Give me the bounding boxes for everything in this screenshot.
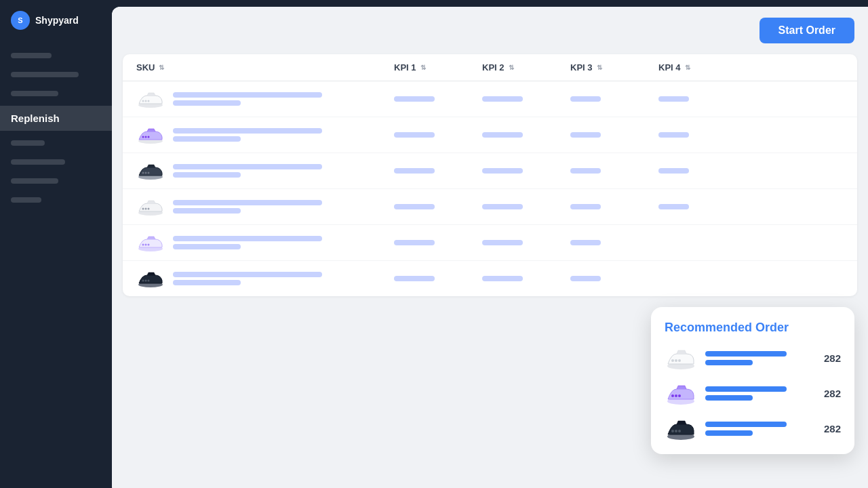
sku-name-skeleton [173, 92, 322, 98]
rec-shoe-purple [665, 381, 697, 405]
svg-point-5 [142, 136, 144, 138]
table-row [123, 261, 857, 296]
sku-name-skeleton [173, 236, 322, 241]
shoe-image-light [136, 196, 165, 218]
kpi1-sort-icon[interactable]: ⇅ [420, 64, 426, 71]
svg-point-7 [148, 136, 150, 138]
kpi2-cell [477, 269, 565, 288]
kpi1-cell [389, 197, 477, 216]
sku-sub-skeleton [173, 136, 241, 142]
rec-sku-sub-skeleton [705, 360, 753, 365]
rec-sku-sub-skeleton [705, 395, 753, 401]
sidebar-skeleton-2 [11, 72, 79, 77]
table-row [123, 189, 857, 225]
logo-icon: S [11, 11, 30, 30]
col-kpi3: KPI 3 ⇅ [565, 54, 653, 81]
col-sku: SKU ⇅ [131, 54, 389, 81]
kpi2-cell [477, 125, 565, 144]
kpi3-cell [565, 89, 653, 108]
kpi2-cell [477, 197, 565, 216]
sku-cell [131, 81, 389, 117]
app-logo: S Shypyard [0, 11, 112, 46]
kpi1-cell [389, 125, 477, 144]
table-header: SKU ⇅ KPI 1 ⇅ KPI 2 ⇅ KPI 3 ⇅ KPI 4 ⇅ [123, 54, 857, 81]
sku-sort-icon[interactable]: ⇅ [159, 64, 164, 71]
col-kpi1: KPI 1 ⇅ [389, 54, 477, 81]
svg-point-19 [148, 244, 150, 246]
rec-sku-name-skeleton [705, 386, 787, 392]
sidebar-skeleton-3 [11, 91, 58, 96]
svg-point-18 [145, 244, 147, 246]
svg-point-22 [145, 280, 147, 282]
rec-item-2: 282 [665, 381, 841, 405]
svg-point-6 [145, 136, 147, 138]
kpi3-cell [565, 233, 653, 252]
sidebar-skeleton-7 [11, 197, 41, 203]
rec-sku-name-skeleton [705, 351, 787, 357]
main-content: Start Order SKU ⇅ KPI 1 ⇅ KPI 2 ⇅ KPI 3 … [112, 7, 868, 488]
svg-point-26 [675, 359, 677, 362]
sidebar-skeleton-4 [11, 140, 45, 146]
svg-point-35 [678, 430, 681, 432]
svg-point-3 [148, 100, 150, 102]
shoe-image-lavender [136, 232, 165, 253]
recommended-order-panel: Recommended Order 282 [651, 307, 854, 454]
table-row [123, 117, 857, 153]
kpi3-cell [565, 269, 653, 288]
sidebar-item-replenish[interactable]: Replenish [0, 106, 112, 131]
sku-name-skeleton [173, 164, 322, 169]
svg-point-9 [142, 172, 144, 174]
kpi4-cell [653, 272, 741, 285]
start-order-button[interactable]: Start Order [760, 18, 854, 43]
svg-point-27 [678, 359, 681, 362]
kpi4-sort-icon[interactable]: ⇅ [685, 64, 690, 71]
svg-point-23 [148, 280, 150, 282]
kpi4-cell [653, 125, 741, 144]
sku-sub-skeleton [173, 208, 241, 214]
col-kpi4: KPI 4 ⇅ [653, 54, 741, 81]
kpi3-sort-icon[interactable]: ⇅ [597, 64, 602, 71]
rec-count-3: 282 [821, 423, 841, 434]
sidebar-skeleton-5 [11, 159, 65, 165]
svg-point-30 [675, 394, 677, 397]
rec-sku-sub-skeleton [705, 430, 753, 436]
shoe-image-dark [136, 268, 165, 289]
sku-name-skeleton [173, 128, 322, 134]
sku-table: SKU ⇅ KPI 1 ⇅ KPI 2 ⇅ KPI 3 ⇅ KPI 4 ⇅ [123, 54, 857, 296]
sku-sub-skeleton [173, 100, 241, 106]
sku-sub-skeleton [173, 244, 241, 249]
kpi1-cell [389, 269, 477, 288]
sku-sub-skeleton [173, 280, 241, 285]
kpi2-cell [477, 89, 565, 108]
kpi4-cell [653, 236, 741, 249]
kpi1-cell [389, 89, 477, 108]
sku-name-skeleton [173, 272, 322, 277]
svg-point-34 [675, 430, 677, 432]
kpi3-cell [565, 197, 653, 216]
shoe-image-purple [136, 124, 165, 146]
col-kpi2: KPI 2 ⇅ [477, 54, 565, 81]
kpi1-cell [389, 233, 477, 252]
svg-point-25 [671, 359, 674, 362]
svg-point-17 [142, 244, 144, 246]
kpi4-cell [653, 197, 741, 216]
sidebar: S Shypyard Replenish [0, 0, 112, 488]
sku-cell [131, 189, 389, 224]
rec-shoe-black [665, 416, 697, 441]
kpi2-cell [477, 161, 565, 180]
kpi2-sort-icon[interactable]: ⇅ [509, 64, 514, 71]
sku-cell [131, 225, 389, 260]
header-bar: Start Order [112, 7, 868, 54]
kpi3-cell [565, 161, 653, 180]
sidebar-skeleton-6 [11, 178, 58, 184]
kpi2-cell [477, 233, 565, 252]
svg-point-33 [671, 430, 674, 432]
table-row [123, 81, 857, 117]
sku-name-skeleton [173, 200, 322, 205]
svg-point-2 [145, 100, 147, 102]
kpi4-cell [653, 89, 741, 108]
sku-cell [131, 261, 389, 296]
kpi3-cell [565, 125, 653, 144]
sku-sub-skeleton [173, 172, 241, 178]
svg-point-14 [145, 208, 147, 210]
